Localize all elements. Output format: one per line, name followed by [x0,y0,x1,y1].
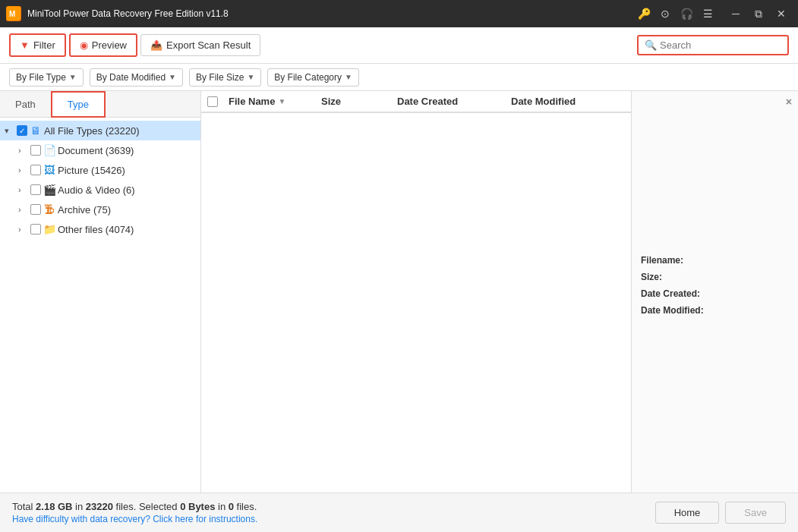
file-list-panel: File Name ▼ Size Date Created Date Modif… [201,91,631,493]
expand-arrow-icon: › [18,165,29,175]
preview-panel: × Filename: Size: Date Created: Date Mod… [631,91,798,493]
select-all-checkbox[interactable] [207,96,218,107]
svg-text:M: M [9,10,15,18]
app-title: MiniTool Power Data Recovery Free Editio… [27,8,636,19]
chevron-down-icon: ▼ [69,73,77,81]
all-files-icon: 🖥 [29,124,43,137]
preview-date-created-row: Date Created: [641,288,789,299]
search-icon: 🔍 [645,39,657,51]
tree-item-picture[interactable]: › 🖼 Picture (15426) [0,160,200,180]
left-panel: Path Type ▾ ✓ 🖥 All File Types (23220) ›… [0,91,201,493]
file-list-header: File Name ▼ Size Date Created Date Modif… [201,91,631,113]
audio-video-label: Audio & Video (6) [58,184,196,196]
preview-date-created-label: Date Created: [641,288,700,299]
expand-arrow-icon: ▾ [5,126,15,136]
header-check [207,96,229,107]
preview-label: Preview [92,39,127,51]
file-type-dropdown[interactable]: By File Type ▼ [9,68,84,87]
toolbar: ▼ Filter ◉ Preview 📤 Export Scan Result … [0,27,798,64]
title-bar: M MiniTool Power Data Recovery Free Edit… [0,0,798,27]
preview-button[interactable]: ◉ Preview [69,33,137,57]
checkbox-all[interactable]: ✓ [17,125,27,136]
status-buttons: Home Save [655,502,786,524]
checkbox-archive[interactable] [30,204,41,215]
window-controls: ─ ⧉ ✕ [725,3,792,24]
tree-item-document[interactable]: › 📄 Document (3639) [0,140,200,160]
save-button[interactable]: Save [725,502,786,524]
main-content: Path Type ▾ ✓ 🖥 All File Types (23220) ›… [0,91,798,493]
all-files-label: All File Types (23220) [44,125,196,137]
status-total: Total 2.18 GB in 23220 files. Selected 0… [12,501,257,512]
filter-label: Filter [33,39,55,51]
restore-button[interactable]: ⧉ [748,3,769,24]
header-date-created: Date Created [397,96,511,107]
export-button[interactable]: 📤 Export Scan Result [140,34,260,56]
document-label: Document (3639) [58,145,196,156]
tree-item-all[interactable]: ▾ ✓ 🖥 All File Types (23220) [0,121,200,140]
close-button[interactable]: ✕ [771,3,792,24]
chevron-down-icon: ▼ [345,73,352,81]
preview-icon: ◉ [80,39,88,51]
tree-item-other[interactable]: › 📁 Other files (4074) [0,219,200,239]
filter-button[interactable]: ▼ Filter [9,33,66,57]
file-size-dropdown[interactable]: By File Size ▼ [189,68,261,87]
expand-arrow-icon: › [18,185,29,194]
search-input[interactable] [660,39,781,51]
tab-type[interactable]: Type [51,91,106,118]
preview-date-modified-label: Date Modified: [641,305,704,316]
checkbox-picture[interactable] [30,165,41,175]
tab-path[interactable]: Path [0,91,51,117]
other-files-icon: 📁 [43,222,56,236]
file-list-body [201,113,631,493]
checkbox-document[interactable] [30,145,41,156]
picture-label: Picture (15426) [58,165,196,176]
document-icon: 📄 [43,143,56,157]
help-circle-icon[interactable]: ⊙ [657,5,673,22]
tab-bar: Path Type [0,91,200,118]
date-modified-dropdown[interactable]: By Date Modified ▼ [90,68,183,87]
file-type-label: By File Type [16,72,66,83]
file-type-tree: ▾ ✓ 🖥 All File Types (23220) › 📄 Documen… [0,118,200,493]
archive-label: Archive (75) [58,204,196,216]
preview-close-button[interactable]: × [786,96,792,108]
tree-item-audio-video[interactable]: › 🎬 Audio & Video (6) [0,180,200,200]
date-modified-label: By Date Modified [96,72,166,83]
export-icon: 📤 [150,39,162,51]
filter-bar: By File Type ▼ By Date Modified ▼ By Fil… [0,64,798,91]
status-info: Total 2.18 GB in 23220 files. Selected 0… [12,501,257,524]
chevron-down-icon: ▼ [169,73,176,81]
audio-video-icon: 🎬 [43,183,56,197]
expand-arrow-icon: › [18,205,29,214]
app-logo: M [6,6,21,21]
header-filename: File Name ▼ [229,96,321,107]
search-box: 🔍 [637,35,789,55]
file-category-label: By File Category [274,72,342,83]
help-link[interactable]: Have difficulty with data recovery? Clic… [12,514,257,524]
filter-icon: ▼ [20,39,30,51]
preview-filename-row: Filename: [641,255,789,266]
expand-arrow-icon: › [18,225,29,234]
archive-icon: 🗜 [43,203,56,216]
export-label: Export Scan Result [166,39,251,51]
preview-size-label: Size: [641,272,662,282]
sort-icon[interactable]: ▼ [278,97,285,105]
menu-icon[interactable]: ☰ [699,5,716,22]
key-icon[interactable]: 🔑 [636,5,652,22]
file-size-label: By File Size [196,72,244,83]
title-bar-icons: 🔑 ⊙ 🎧 ☰ [636,5,716,22]
picture-icon: 🖼 [43,163,56,177]
header-size: Size [321,96,397,107]
other-files-label: Other files (4074) [58,224,196,235]
minimize-button[interactable]: ─ [725,3,746,24]
file-category-dropdown[interactable]: By File Category ▼ [267,68,359,87]
preview-size-row: Size: [641,272,789,282]
expand-arrow-icon: › [18,146,29,155]
tree-item-archive[interactable]: › 🗜 Archive (75) [0,200,200,219]
headphone-icon[interactable]: 🎧 [678,5,695,22]
preview-filename-label: Filename: [641,255,683,266]
home-button[interactable]: Home [655,502,720,524]
checkbox-audio-video[interactable] [30,184,41,195]
preview-date-modified-row: Date Modified: [641,305,789,316]
checkbox-other[interactable] [30,224,41,235]
header-date-modified: Date Modified [511,96,625,107]
